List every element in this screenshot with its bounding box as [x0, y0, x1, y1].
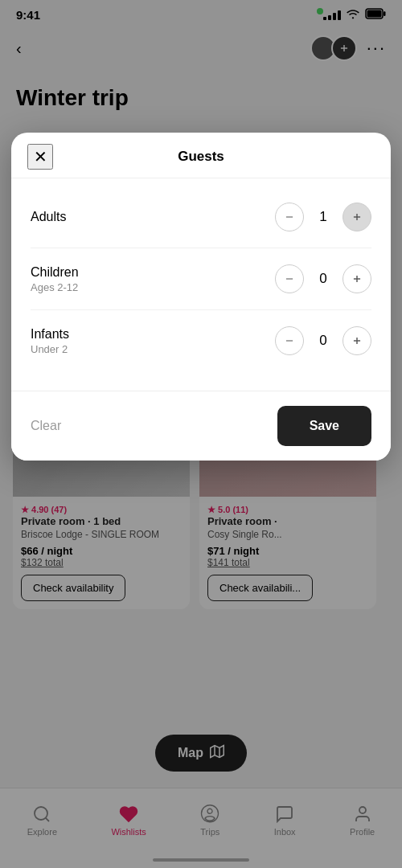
infants-label-group: Infants Under 2	[31, 327, 69, 355]
modal-title: Guests	[178, 149, 224, 165]
modal-body: Adults 1 Children Ages 2-12	[11, 178, 391, 391]
infants-value: 0	[315, 333, 331, 349]
children-increment-button[interactable]	[343, 264, 371, 293]
adults-controls: 1	[275, 203, 371, 231]
adults-label: Adults	[31, 210, 66, 224]
children-value: 0	[315, 271, 331, 287]
children-sublabel: Ages 2-12	[31, 281, 79, 293]
infants-increment-button[interactable]	[343, 326, 371, 355]
adults-increment-button[interactable]	[343, 203, 371, 231]
infants-controls: 0	[275, 326, 371, 355]
adults-label-group: Adults	[31, 210, 66, 224]
save-button[interactable]: Save	[277, 406, 371, 446]
adults-decrement-button[interactable]	[275, 203, 304, 231]
infants-row: Infants Under 2 0	[31, 310, 371, 371]
clear-button[interactable]: Clear	[31, 419, 61, 433]
children-decrement-button[interactable]	[275, 264, 304, 293]
adults-value: 1	[315, 209, 331, 225]
modal-close-button[interactable]: ✕	[27, 144, 53, 170]
guests-modal: ✕ Guests Adults 1 Children Ages 2-12	[11, 133, 391, 461]
children-controls: 0	[275, 264, 371, 293]
modal-footer: Clear Save	[11, 391, 391, 461]
infants-label: Infants	[31, 327, 69, 342]
infants-decrement-button[interactable]	[275, 326, 304, 355]
adults-row: Adults 1	[31, 186, 371, 248]
children-label: Children	[31, 265, 79, 280]
children-label-group: Children Ages 2-12	[31, 265, 79, 293]
modal-header: ✕ Guests	[11, 133, 391, 178]
children-row: Children Ages 2-12 0	[31, 248, 371, 310]
infants-sublabel: Under 2	[31, 343, 69, 355]
